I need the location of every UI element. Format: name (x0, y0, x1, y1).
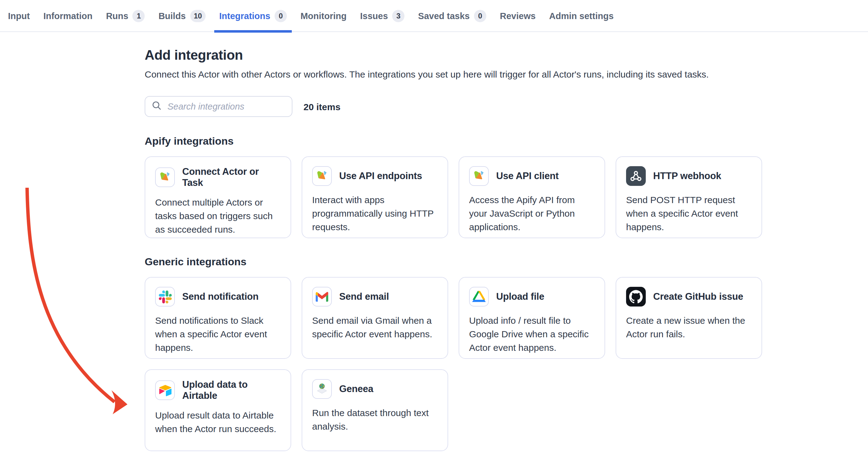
tab-label: Saved tasks (418, 11, 470, 21)
tab-label: Admin settings (549, 11, 614, 21)
page: InputInformationRuns1Builds10Integration… (0, 0, 868, 453)
card-header: Upload data to Airtable (155, 379, 281, 401)
tab-label: Runs (106, 11, 128, 21)
card-header: Use API endpoints (312, 166, 438, 186)
card-description: Upload result data to Airtable when the … (155, 409, 281, 436)
page-subtitle: Connect this Actor with other Actors or … (145, 69, 868, 79)
card-description: Interact with apps programmatically usin… (312, 193, 438, 234)
page-title: Add integration (145, 47, 868, 63)
integration-card-connect-actor-or-task[interactable]: Connect Actor or TaskConnect multiple Ac… (145, 156, 291, 238)
github-icon (626, 287, 646, 306)
tab-input[interactable]: Input (1, 0, 37, 31)
items-count: 20 items (304, 101, 340, 112)
integration-card-geneea[interactable]: GeneeaRun the dataset through text analy… (302, 369, 448, 451)
tab-label: Builds (158, 11, 186, 21)
gmail-icon (312, 287, 332, 306)
card-title: Use API endpoints (339, 170, 422, 182)
card-title: Send notification (182, 291, 258, 302)
tab-information[interactable]: Information (37, 0, 99, 31)
integration-card-create-github-issue[interactable]: Create GitHub issueCreate a new issue wh… (616, 277, 762, 359)
card-description: Send notifications to Slack when a speci… (155, 314, 281, 355)
tab-label: Reviews (500, 11, 535, 21)
tab-admin-settings[interactable]: Admin settings (542, 0, 620, 31)
integration-card-send-notification[interactable]: Send notificationSend notifications to S… (145, 277, 291, 359)
webhook-icon (626, 166, 646, 186)
integration-card-send-email[interactable]: Send emailSend email via Gmail when a sp… (302, 277, 448, 359)
card-title: Geneea (339, 383, 373, 394)
integration-card-http-webhook[interactable]: HTTP webhookSend POST HTTP request when … (616, 156, 762, 238)
card-grid: Send notificationSend notifications to S… (145, 277, 868, 451)
card-header: Send notification (155, 287, 281, 306)
tab-badge: 0 (474, 9, 486, 22)
card-header: Geneea (312, 379, 438, 399)
tab-monitoring[interactable]: Monitoring (293, 0, 353, 31)
tab-badge: 0 (275, 9, 287, 22)
tab-saved-tasks[interactable]: Saved tasks0 (411, 0, 493, 31)
card-description: Run the dataset through text analysis. (312, 406, 438, 433)
card-description: Create a new issue when the Actor run fa… (626, 314, 752, 341)
tab-badge: 3 (392, 9, 404, 22)
tab-badge: 10 (190, 9, 206, 22)
tab-badge: 1 (133, 9, 145, 22)
search-icon (151, 100, 162, 113)
integration-card-use-api-client[interactable]: Use API clientAccess the Apify API from … (459, 156, 605, 238)
tab-label: Monitoring (301, 11, 347, 21)
card-description: Send email via Gmail when a specific Act… (312, 314, 438, 341)
search-input[interactable] (166, 101, 286, 112)
gdrive-icon (469, 287, 489, 306)
section-apify-integrations: Apify integrationsConnect Actor or TaskC… (145, 135, 868, 238)
section-heading: Apify integrations (145, 135, 868, 148)
tab-reviews[interactable]: Reviews (493, 0, 542, 31)
card-description: Send POST HTTP request when a specific A… (626, 193, 752, 234)
card-header: HTTP webhook (626, 166, 752, 186)
card-title: Upload data to Airtable (182, 379, 281, 401)
apify-icon (155, 167, 175, 187)
tab-label: Issues (360, 11, 388, 21)
card-header: Create GitHub issue (626, 287, 752, 306)
tab-runs[interactable]: Runs1 (99, 0, 152, 31)
tab-builds[interactable]: Builds10 (152, 0, 212, 31)
card-header: Use API client (469, 166, 595, 186)
integration-sections: Apify integrationsConnect Actor or TaskC… (145, 135, 868, 451)
main-content: Add integration Connect this Actor with … (0, 32, 868, 451)
integration-card-upload-file[interactable]: Upload fileUpload info / result file to … (459, 277, 605, 359)
card-title: Upload file (496, 291, 544, 302)
section-heading: Generic integrations (145, 256, 868, 268)
tab-label: Information (43, 11, 93, 21)
card-title: Send email (339, 291, 389, 302)
card-title: Connect Actor or Task (182, 166, 281, 188)
geneea-icon (312, 379, 332, 399)
tab-label: Integrations (219, 11, 270, 21)
tab-bar: InputInformationRuns1Builds10Integration… (0, 0, 868, 32)
card-description: Upload info / result file to Google Driv… (469, 314, 595, 355)
airtable-icon (155, 380, 175, 400)
integration-card-upload-data-to-airtable[interactable]: Upload data to AirtableUpload result dat… (145, 369, 291, 451)
card-header: Upload file (469, 287, 595, 306)
card-title: Use API client (496, 170, 559, 182)
card-title: HTTP webhook (653, 170, 721, 182)
tab-issues[interactable]: Issues3 (353, 0, 411, 31)
card-header: Send email (312, 287, 438, 306)
slack-icon (155, 287, 175, 306)
integration-card-use-api-endpoints[interactable]: Use API endpointsInteract with apps prog… (302, 156, 448, 238)
search-box[interactable] (145, 96, 292, 117)
tab-label: Input (8, 11, 30, 21)
card-grid: Connect Actor or TaskConnect multiple Ac… (145, 156, 868, 238)
apify-icon (312, 166, 332, 186)
apify-icon (469, 166, 489, 186)
tab-integrations[interactable]: Integrations0 (212, 0, 293, 31)
card-description: Connect multiple Actors or tasks based o… (155, 196, 281, 236)
search-row: 20 items (145, 96, 868, 117)
card-description: Access the Apify API from your JavaScrip… (469, 193, 595, 234)
section-generic-integrations: Generic integrationsSend notificationSen… (145, 256, 868, 451)
card-header: Connect Actor or Task (155, 166, 281, 188)
card-title: Create GitHub issue (653, 291, 743, 302)
